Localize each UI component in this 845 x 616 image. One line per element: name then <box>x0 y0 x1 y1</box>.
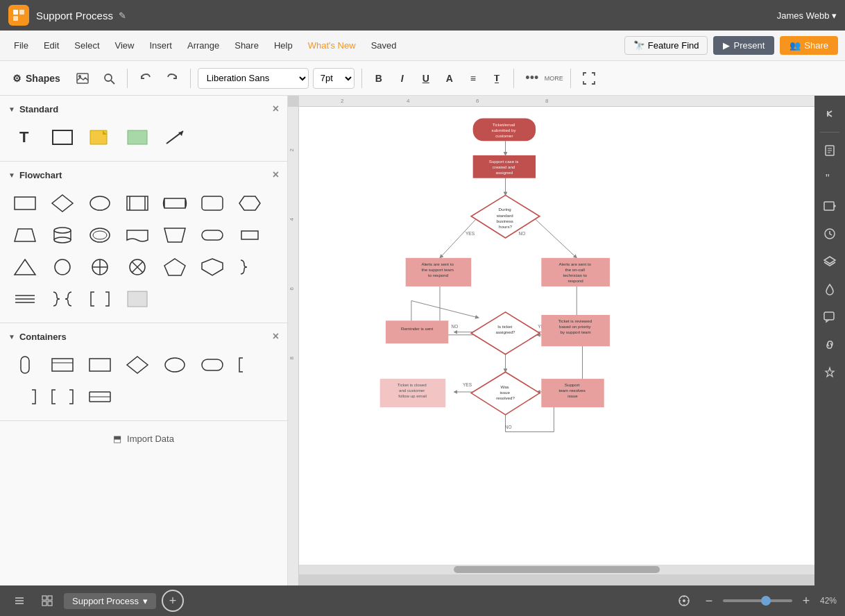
fc-circle[interactable] <box>46 253 79 281</box>
fc-note2[interactable] <box>121 285 154 313</box>
fullscreen-button[interactable] <box>578 67 600 89</box>
text-shape[interactable]: T <box>8 123 42 151</box>
collapse-button[interactable] <box>817 101 842 126</box>
undo-button[interactable] <box>135 67 157 89</box>
search-button[interactable] <box>98 67 120 89</box>
shapes-toggle[interactable]: ⚙ Shapes <box>6 70 67 87</box>
fc-node-n8[interactable]: Ticket is reviewed based on priority by … <box>541 315 610 346</box>
italic-button[interactable]: I <box>393 69 412 88</box>
colored-rect-shape[interactable] <box>121 123 154 151</box>
clock-button[interactable] <box>817 221 842 246</box>
zoom-out-button[interactable]: − <box>699 591 719 610</box>
canvas-content[interactable]: YES NO NO YES YES NO Ticket/email submit… <box>299 107 814 574</box>
fc-rect[interactable] <box>8 189 42 217</box>
menu-saved[interactable]: Saved <box>364 37 404 54</box>
fc-node-n3[interactable]: During standard business hours? <box>471 195 540 238</box>
menu-help[interactable]: Help <box>267 37 300 54</box>
feature-find-button[interactable]: 🔭 Feature Find <box>624 36 708 55</box>
edit-icon[interactable]: ✎ <box>119 10 126 21</box>
fc-brace[interactable] <box>233 253 266 281</box>
magic-button[interactable] <box>817 360 842 385</box>
standard-close[interactable]: × <box>273 103 279 115</box>
fc-crosscircle[interactable] <box>83 253 117 281</box>
fc-trapezoid2[interactable] <box>158 221 191 249</box>
containers-close[interactable]: × <box>273 330 279 343</box>
cont-bracket-lr[interactable] <box>46 383 79 411</box>
quote-button[interactable]: " <box>817 166 842 191</box>
fc-triangle[interactable] <box>8 253 42 281</box>
fc-rounded2[interactable] <box>196 221 229 249</box>
page-button[interactable] <box>817 138 842 163</box>
menu-arrange[interactable]: Arrange <box>180 37 226 54</box>
menu-edit[interactable]: Edit <box>37 37 66 54</box>
menu-view[interactable]: View <box>108 37 142 54</box>
zoom-percent[interactable]: 42% <box>820 596 837 606</box>
fc-lines[interactable] <box>8 285 42 313</box>
grid-view-button[interactable] <box>36 590 58 612</box>
present-button[interactable]: ▶ Present <box>713 36 774 55</box>
fc-double-oval[interactable] <box>83 221 117 249</box>
fc-diamond[interactable] <box>46 189 79 217</box>
cont-oval[interactable] <box>158 351 191 379</box>
add-page-button[interactable]: + <box>162 590 184 612</box>
zoom-slider-thumb[interactable] <box>761 596 771 606</box>
cont-rounded[interactable] <box>196 351 229 379</box>
user-name[interactable]: James Webb ▾ <box>777 10 837 21</box>
cont-bracket-l[interactable] <box>233 351 266 379</box>
flowchart-close[interactable]: × <box>273 169 279 181</box>
h-scrollbar-thumb[interactable] <box>454 566 660 573</box>
arrow-shape[interactable] <box>158 123 191 151</box>
containers-arrow[interactable]: ▼ <box>8 333 15 341</box>
navigate-button[interactable] <box>673 590 695 612</box>
canvas-area[interactable]: 2 4 6 8 2 4 6 8 <box>288 96 814 585</box>
note-shape[interactable] <box>83 123 117 151</box>
fc-node-n9[interactable]: Was issue resolved? <box>471 372 540 415</box>
fc-pentagon[interactable] <box>158 253 191 281</box>
fc-node-n10[interactable]: Ticket is closed and customer follow up … <box>380 379 446 407</box>
fc-curved[interactable] <box>196 189 229 217</box>
fc-shield[interactable] <box>196 253 229 281</box>
image-button[interactable] <box>71 67 94 89</box>
underline-button[interactable]: U <box>416 69 436 88</box>
import-data-button[interactable]: ⬒ Import Data <box>8 427 279 451</box>
layers-button[interactable] <box>817 249 842 274</box>
droplet-button[interactable] <box>817 277 842 302</box>
bold-button[interactable]: B <box>369 69 389 88</box>
rect-shape[interactable] <box>46 123 79 151</box>
fc-node-n7[interactable]: Reminder is sent <box>386 320 448 343</box>
more-button[interactable]: ••• <box>521 67 543 89</box>
fc-double-rect[interactable] <box>121 189 154 217</box>
fc-trapezoid[interactable] <box>8 221 42 249</box>
flowchart-arrow[interactable]: ▼ <box>8 171 15 179</box>
fc-xcircle[interactable] <box>121 253 154 281</box>
menu-whats-new[interactable]: What's New <box>301 37 363 54</box>
font-select[interactable]: Liberation Sans <box>198 68 309 89</box>
fc-wave[interactable] <box>121 221 154 249</box>
fc-node-n6[interactable]: Is ticket assigned? <box>471 312 540 354</box>
standard-arrow[interactable]: ▼ <box>8 105 15 113</box>
link-button[interactable] <box>817 332 842 357</box>
fc-node-n2[interactable]: Support case is created and assigned <box>473 155 536 178</box>
chat-button[interactable] <box>817 305 842 330</box>
fc-cylinder[interactable] <box>46 221 79 249</box>
h-scrollbar[interactable] <box>299 565 814 574</box>
video-button[interactable] <box>817 194 842 219</box>
tab-name[interactable]: Support Process ▾ <box>64 593 156 609</box>
fc-node-n5[interactable]: Alerts are sent to the on-call technicia… <box>541 258 610 286</box>
list-view-button[interactable] <box>8 590 31 612</box>
fc-oval[interactable] <box>83 189 117 217</box>
menu-file[interactable]: File <box>7 37 35 54</box>
zoom-in-button[interactable]: + <box>796 591 816 610</box>
font-size-select[interactable]: 7pt <box>313 68 355 89</box>
share-button[interactable]: 👥 Share <box>780 36 838 55</box>
cont-bracket-r[interactable] <box>8 383 42 411</box>
cont-diamond[interactable] <box>121 351 154 379</box>
fc-bracket[interactable] <box>83 285 117 313</box>
fc-small-rect[interactable] <box>233 221 266 249</box>
text-format-button[interactable]: T̲ <box>487 69 506 88</box>
fc-brace-both[interactable] <box>46 285 79 313</box>
cont-rect[interactable] <box>46 351 79 379</box>
menu-select[interactable]: Select <box>67 37 106 54</box>
align-button[interactable]: ≡ <box>463 69 483 88</box>
fc-banner[interactable] <box>158 189 191 217</box>
